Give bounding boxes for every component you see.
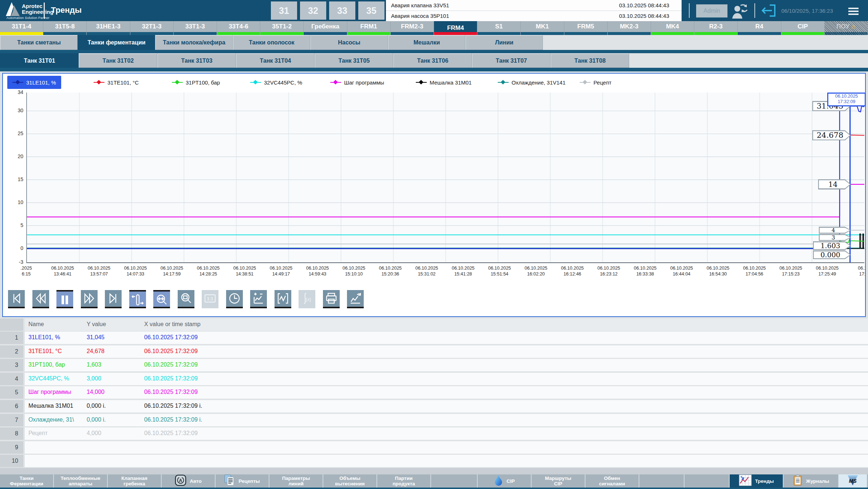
subnav-tab-Танки ополосок[interactable]: Танки ополосок: [233, 35, 310, 50]
legend-item-31PT100, бар[interactable]: 31PT100, бар: [172, 76, 220, 89]
nav-tab-MK1[interactable]: MK1: [521, 21, 564, 32]
nav-tab-MK2-3[interactable]: MK2-3: [608, 21, 651, 32]
export-trend-button[interactable]: [347, 290, 364, 308]
alarm-row[interactable]: Авария насоса 35P10103.10.2025 08:44:43: [386, 11, 682, 21]
legend-item-31TE101, °C[interactable]: 31TE101, °C: [94, 76, 139, 89]
tank-tab-Танк 31Т03[interactable]: Танк 31Т03: [157, 53, 236, 68]
nav-tab-underline: [87, 32, 130, 35]
legend-item-31LE101, %[interactable]: 31LE101, %: [7, 76, 61, 89]
subnav-tab-Танки молока/кефира[interactable]: Танки молока/кефира: [155, 35, 233, 50]
unit-button-31[interactable]: 31: [271, 1, 297, 20]
logout-icon[interactable]: [760, 3, 778, 19]
ms-logo[interactable]: MS: [839, 474, 867, 488]
bottom-nav-Клапанная-гребенка[interactable]: Клапанная гребенка: [108, 474, 162, 488]
unit-button-33[interactable]: 33: [329, 1, 355, 20]
bottom-nav-Журналы[interactable]: Журналы: [784, 474, 839, 488]
legend-item-Охлаждение, 31V141[interactable]: Охлаждение, 31V141: [498, 76, 565, 89]
bottom-nav-label: Авто: [190, 478, 202, 484]
zoom-time-button[interactable]: [153, 290, 170, 308]
nav-tab-Гребенка[interactable]: Гребенка: [304, 21, 347, 32]
last-record-button[interactable]: [105, 290, 122, 308]
bottom-nav-Параметры-линий[interactable]: Параметры линий: [269, 474, 323, 488]
play-forward-button[interactable]: [81, 290, 98, 308]
first-record-button[interactable]: [8, 290, 25, 308]
alarm-banner[interactable]: Авария клапана 33V5103.10.2025 08:44:43А…: [386, 0, 682, 21]
tank-tab-Танк 31Т05[interactable]: Танк 31Т05: [315, 53, 393, 68]
trend-plot[interactable]: 31.04524.67814431.6030.000 06.10.202517:…: [26, 93, 864, 263]
tank-tab-Танк 31Т01[interactable]: Танк 31Т01: [0, 53, 79, 68]
nav-tab-R4[interactable]: R4: [738, 21, 781, 32]
table-row[interactable]: 231TE101, °С24,67806.10.2025 17:32:09: [0, 345, 868, 358]
nav-tab-R2-3[interactable]: R2-3: [694, 21, 738, 32]
nav-tab-FRM5[interactable]: FRM5: [564, 21, 608, 32]
nav-tab-underline: [43, 32, 86, 35]
ruler-button[interactable]: [129, 290, 146, 308]
x-tick-label: 06.10.2025 15:20:36: [370, 265, 410, 277]
nav-tab-ПОУ[interactable]: ПОУ⚠: [825, 21, 868, 32]
cell-x-value: 06.10.2025 17:32:09 i.: [144, 416, 246, 423]
nav-tab-FRM1[interactable]: FRM1: [347, 21, 391, 32]
bottom-nav-CIP[interactable]: CIP: [478, 474, 532, 488]
menu-icon[interactable]: [848, 6, 859, 15]
tank-tab-Танк 31Т08[interactable]: Танк 31Т08: [551, 53, 629, 68]
nav-tab-31НЕ1-3[interactable]: 31НЕ1-3: [87, 21, 130, 32]
bottom-nav-Танки-Ферментации[interactable]: Танки Ферментации: [0, 474, 54, 488]
nav-tab-33Т4-6[interactable]: 33Т4-6: [217, 21, 260, 32]
ruler-flag: 3: [819, 234, 851, 241]
legend-item-32VC445PC, %[interactable]: 32VC445PC, %: [250, 76, 302, 89]
zoom-area-button[interactable]: [178, 290, 194, 308]
table-row[interactable]: 331PT100, бар1,60306.10.2025 17:32:09: [0, 359, 868, 371]
nav-tab-MK4[interactable]: MK4: [651, 21, 694, 32]
bottom-nav-Партии-продукта[interactable]: Партии продукта: [377, 474, 431, 488]
bottom-nav-Маршруты-CIP[interactable]: Маршруты CIP: [532, 474, 585, 488]
pause-button[interactable]: [56, 290, 73, 308]
legend-item-Мешалка 31М01[interactable]: Мешалка 31М01: [416, 76, 472, 89]
nav-tab-32Т1-3[interactable]: 32Т1-3: [130, 21, 174, 32]
alarm-row[interactable]: Авария клапана 33V5103.10.2025 08:44:43: [386, 0, 682, 11]
table-row[interactable]: 6Мешалка 31М010,000 i.06.10.2025 17:32:0…: [0, 400, 868, 412]
print-button[interactable]: [323, 290, 340, 308]
subnav-tab-Танки сметаны[interactable]: Танки сметаны: [0, 35, 78, 50]
nav-tab-35Т1-2[interactable]: 35Т1-2: [260, 21, 304, 32]
nav-tab-31Т1-4[interactable]: 31Т1-4: [0, 21, 43, 32]
table-row[interactable]: 8Рецепт4,00006.10.2025 17:32:09: [0, 427, 868, 440]
bottom-nav-Авто[interactable]: AАвто: [162, 474, 216, 488]
view-section-button[interactable]: [275, 290, 291, 308]
nav-tab-31Т5-8[interactable]: 31Т5-8: [43, 21, 87, 32]
bottom-nav-Объемы-вытеснения[interactable]: Объемы вытеснения: [323, 474, 377, 488]
subnav-tab-Насосы[interactable]: Насосы: [310, 35, 388, 50]
subnav-tab-Мешалки[interactable]: Мешалки: [388, 35, 465, 50]
nav-tab-S1[interactable]: S1: [477, 21, 521, 32]
table-row[interactable]: 5Шаг программы14,00006.10.2025 17:32:09: [0, 386, 868, 399]
nav-tab-FRM2-3[interactable]: FRM2-3: [391, 21, 434, 32]
value-scale-button[interactable]: [250, 290, 267, 308]
admin-user-button[interactable]: Admin: [696, 4, 727, 17]
nav-tab-CIP[interactable]: CIP: [781, 21, 825, 32]
legend-item-Шаг программы[interactable]: Шаг программы: [330, 76, 384, 89]
bottom-nav-Рецепты[interactable]: Рецепты: [216, 474, 269, 488]
time-range-button[interactable]: [226, 290, 243, 308]
tank-tab-Танк 31Т04[interactable]: Танк 31Т04: [236, 53, 315, 68]
table-row[interactable]: 131LE101, %31,04506.10.2025 17:32:09: [0, 332, 868, 344]
user-switch-icon[interactable]: [730, 3, 749, 21]
table-row[interactable]: 9: [0, 441, 868, 454]
legend-item-Рецепт[interactable]: Рецепт: [580, 76, 611, 89]
subnav-tab-Линии[interactable]: Линии: [465, 35, 543, 50]
ruler-flag: 4: [819, 227, 851, 234]
bottom-nav-Теплообменные-аппараты[interactable]: Теплообменные аппараты: [54, 474, 108, 488]
y-tick-label: 20: [4, 153, 23, 159]
table-row[interactable]: 432VC445PC, %3,00006.10.2025 17:32:09: [0, 373, 868, 385]
bottom-nav-Тренды[interactable]: Тренды: [730, 474, 784, 488]
nav-tab-33Т1-3[interactable]: 33Т1-3: [174, 21, 217, 32]
table-row[interactable]: 10: [0, 455, 868, 467]
bottom-nav-Обмен-сигналами[interactable]: Обмен сигналами: [585, 474, 639, 488]
rewind-button[interactable]: [32, 290, 49, 308]
table-row[interactable]: 7Охлаждение, 31\0,000 i.06.10.2025 17:32…: [0, 414, 868, 426]
nav-tab-underline: [174, 32, 217, 35]
tank-tab-Танк 31Т06[interactable]: Танк 31Т06: [393, 53, 472, 68]
unit-button-32[interactable]: 32: [300, 1, 326, 20]
tank-tab-Танк 31Т02[interactable]: Танк 31Т02: [79, 53, 157, 68]
unit-button-35[interactable]: 35: [358, 1, 384, 20]
tank-tab-Танк 31Т07[interactable]: Танк 31Т07: [472, 53, 551, 68]
subnav-tab-Танки ферментации[interactable]: Танки ферментации: [78, 35, 155, 50]
